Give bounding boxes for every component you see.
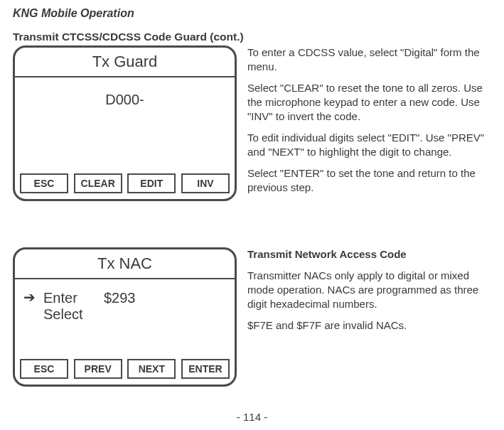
pointer-right-icon: ➔ bbox=[23, 290, 43, 304]
softkey-inv[interactable]: INV bbox=[181, 173, 230, 193]
screen-body: ➔ Enter $293 Select bbox=[15, 279, 235, 359]
menu-line: Select bbox=[23, 306, 226, 323]
paragraph: $F7E and $F7F are invalid NACs. bbox=[247, 318, 491, 333]
paragraph: Select "ENTER" to set the tone and retur… bbox=[247, 166, 491, 195]
softkey-row: ESC CLEAR EDIT INV bbox=[15, 173, 235, 193]
paragraph: To enter a CDCSS value, select "Digital"… bbox=[247, 45, 491, 74]
screen-tx-guard: Tx Guard D000- ESC CLEAR EDIT INV bbox=[13, 45, 237, 201]
screen-title: Tx NAC bbox=[15, 249, 235, 279]
paragraph: Select "CLEAR" to reset the tone to all … bbox=[247, 81, 491, 124]
screen-tx-nac: Tx NAC ➔ Enter $293 Select ESC PREV NEXT… bbox=[13, 247, 237, 387]
section-title: Transmit CTCSS/CDCSS Code Guard (cont.) bbox=[13, 31, 491, 43]
screen-value: D000- bbox=[15, 77, 235, 173]
paragraph: Transmitter NACs only apply to digital o… bbox=[247, 269, 491, 311]
softkey-row: ESC PREV NEXT ENTER bbox=[15, 359, 235, 379]
softkey-next[interactable]: NEXT bbox=[127, 359, 176, 379]
paragraph: To edit individual digits select "EDIT".… bbox=[247, 131, 491, 159]
menu-line: ➔ Enter $293 bbox=[23, 290, 226, 306]
instruction-text-1: To enter a CDCSS value, select "Digital"… bbox=[247, 45, 491, 201]
sub-heading: Transmit Network Access Code bbox=[247, 247, 491, 262]
softkey-clear[interactable]: CLEAR bbox=[74, 173, 122, 193]
softkey-esc[interactable]: ESC bbox=[20, 359, 68, 379]
menu-value: $293 bbox=[104, 290, 161, 306]
softkey-prev[interactable]: PREV bbox=[74, 359, 122, 379]
softkey-esc[interactable]: ESC bbox=[20, 173, 68, 193]
softkey-edit[interactable]: EDIT bbox=[127, 173, 176, 193]
page-header: KNG Mobile Operation bbox=[13, 7, 491, 20]
instruction-text-2: Transmit Network Access Code Transmitter… bbox=[247, 247, 491, 340]
menu-label: Select bbox=[43, 306, 104, 323]
menu-label: Enter bbox=[43, 290, 104, 306]
page-number: - 114 - bbox=[13, 411, 491, 423]
softkey-enter[interactable]: ENTER bbox=[181, 359, 230, 379]
screen-title: Tx Guard bbox=[15, 48, 235, 77]
